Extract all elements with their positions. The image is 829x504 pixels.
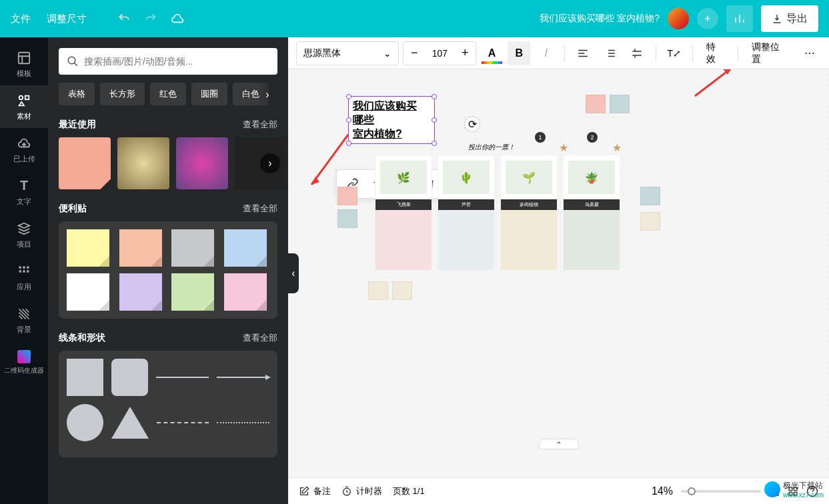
svg-rect-8 [27, 270, 29, 272]
redo-icon[interactable] [143, 11, 159, 27]
rail-elements[interactable]: 素材 [0, 85, 48, 128]
plant-card[interactable]: 🌱多肉植物 [500, 155, 558, 268]
shape-square[interactable] [67, 359, 103, 396]
rail-background[interactable]: 背景 [0, 299, 48, 341]
shape-line[interactable] [156, 377, 209, 378]
search-input[interactable] [84, 56, 269, 67]
cloud-sync-icon[interactable] [169, 11, 185, 27]
sticky-note[interactable] [67, 273, 109, 311]
rail-templates[interactable]: 模板 [0, 43, 48, 85]
zoom-slider[interactable] [681, 490, 761, 493]
panel-collapse-button[interactable]: ‹ [288, 253, 299, 293]
sticky-note[interactable] [119, 273, 162, 311]
shape-circle[interactable] [67, 404, 103, 441]
notes-button[interactable]: 备注 [299, 485, 331, 497]
rail-projects[interactable]: 项目 [0, 213, 48, 256]
text-content[interactable]: 我们应该购买 哪些 室内植物? [349, 97, 434, 143]
effects-button[interactable]: 特效 [700, 41, 731, 65]
font-size-increase[interactable]: + [454, 42, 476, 65]
filter-chip[interactable]: 圆圈 [191, 83, 227, 105]
board-note[interactable] [640, 187, 660, 205]
top-bar: 文件 调整尺寸 我们应该购买哪些 室内植物? + 导出 [0, 0, 829, 37]
list-button[interactable] [598, 41, 622, 65]
section-recent-all[interactable]: 查看全部 [243, 119, 277, 131]
resize-handle[interactable] [432, 94, 437, 99]
recent-items: › [59, 137, 277, 189]
section-shapes-all[interactable]: 查看全部 [243, 332, 277, 344]
star-icon: ★ [612, 141, 622, 154]
recent-item[interactable] [59, 137, 111, 189]
sticky-note[interactable] [224, 229, 267, 267]
font-select[interactable]: 思源黑体⌄ [296, 41, 399, 65]
board-note[interactable] [368, 281, 388, 300]
undo-icon[interactable] [116, 11, 132, 27]
filter-chip[interactable]: 表格 [59, 83, 95, 105]
board-note[interactable] [640, 212, 660, 231]
resize-handle[interactable] [346, 141, 351, 146]
plant-card[interactable]: 🌵芦荟 [438, 155, 495, 268]
rail-apps[interactable]: 应用 [0, 256, 48, 299]
badge-1: 1 [535, 132, 546, 143]
badge-2: 2 [587, 132, 598, 143]
document-title[interactable]: 我们应该购买哪些 室内植物? [540, 13, 660, 25]
rail-text[interactable]: T文字 [0, 171, 48, 213]
export-button[interactable]: 导出 [761, 5, 818, 32]
avatar[interactable] [668, 8, 689, 29]
filter-chip[interactable]: 红色 [150, 83, 186, 105]
resize-menu[interactable]: 调整尺寸 [47, 13, 87, 25]
sticky-note[interactable] [119, 229, 162, 267]
filter-chip[interactable]: 长方形 [100, 83, 145, 105]
search-box[interactable] [59, 48, 277, 75]
font-size-decrease[interactable]: − [403, 42, 425, 65]
rail-qrcode[interactable]: 二维码生成器 [0, 341, 48, 384]
text-toolbar: 思源黑体⌄ − + A B I T⤢ 特效 调整位置 ⋯ [288, 37, 829, 69]
sticky-note[interactable] [171, 273, 214, 311]
sticky-note[interactable] [171, 229, 214, 267]
italic-button[interactable]: I [534, 41, 558, 65]
bold-button[interactable]: B [508, 41, 531, 65]
zoom-thumb[interactable] [688, 487, 696, 495]
shape-dashed-line[interactable] [157, 422, 209, 423]
board-note[interactable] [337, 187, 357, 205]
resize-handle[interactable] [432, 117, 437, 123]
rotate-handle[interactable]: ⟳ [464, 116, 480, 132]
board-note[interactable] [586, 95, 606, 113]
analytics-button[interactable] [726, 5, 753, 32]
resize-handle[interactable] [432, 141, 437, 146]
font-size-input[interactable] [425, 48, 454, 59]
position-button[interactable]: 调整位置 [745, 41, 794, 65]
shape-rounded[interactable] [111, 359, 148, 396]
section-shapes-title: 线条和形状 [59, 332, 105, 344]
section-sticky-all[interactable]: 查看全部 [243, 203, 277, 215]
sticky-note[interactable] [67, 229, 109, 267]
sticky-note[interactable] [224, 273, 267, 311]
shape-triangle[interactable] [111, 407, 149, 439]
more-button[interactable]: ⋯ [798, 41, 821, 65]
page-expand-button[interactable]: ⌃ [539, 439, 579, 449]
selected-text-box[interactable]: 我们应该购买 哪些 室内植物? [348, 96, 435, 144]
plant-card[interactable]: 🪴鸟巢蕨 [563, 155, 620, 268]
recent-scroll-right[interactable]: › [260, 153, 280, 173]
file-menu[interactable]: 文件 [11, 13, 31, 25]
resize-handle[interactable] [346, 94, 351, 99]
text-color-button[interactable]: A [480, 41, 504, 65]
align-button[interactable] [572, 41, 595, 65]
svg-point-1 [19, 95, 23, 99]
add-member-button[interactable]: + [697, 8, 718, 29]
page-indicator[interactable]: 页数 1/1 [393, 485, 425, 497]
filter-scroll-right[interactable]: › [257, 83, 277, 105]
board-note[interactable] [337, 209, 357, 228]
canvas[interactable]: 我们应该购买 哪些 室内植物? ⟳ ⋯ 投出你的一票！ 1 2 ★ ★ 🌿飞燕草… [288, 69, 829, 477]
plant-card[interactable]: 🌿飞燕草 [375, 155, 432, 268]
board-note[interactable] [610, 95, 630, 113]
timer-button[interactable]: 计时器 [341, 485, 382, 497]
text-transform-button[interactable]: T⤢ [662, 41, 686, 65]
board-note[interactable] [392, 281, 412, 300]
recent-item[interactable] [176, 137, 228, 189]
recent-item[interactable] [117, 137, 169, 189]
export-label: 导出 [786, 12, 808, 26]
spacing-button[interactable] [626, 41, 649, 65]
rail-uploads[interactable]: 已上传 [0, 128, 48, 171]
shape-arrow[interactable] [217, 377, 269, 378]
shape-dotted-line[interactable] [217, 422, 269, 423]
